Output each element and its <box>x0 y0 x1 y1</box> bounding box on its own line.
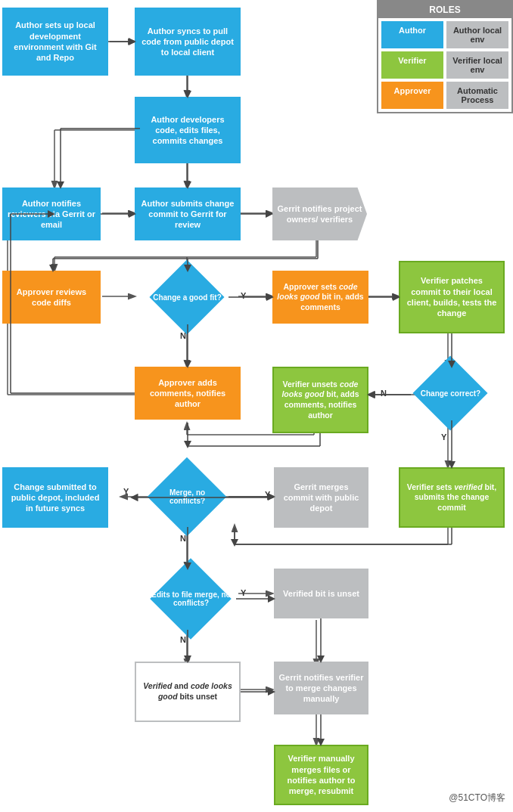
diagram-container: Author sets up local development environ… <box>0 0 513 812</box>
node-verifier-patches: Verifier patches commit to their local c… <box>399 261 505 333</box>
node-author-notifies: Author notifies reviewers via Gerrit or … <box>2 188 101 240</box>
node-diamond-good-fit: Change a good fit? <box>148 271 227 324</box>
role-approver: Approver <box>381 82 443 109</box>
label-n12-y: Y <box>441 432 446 442</box>
label-n8-y: Y <box>241 291 246 300</box>
label-n14-y: Y <box>265 490 270 499</box>
node-change-submitted: Change submitted to public depot, includ… <box>2 467 108 528</box>
role-author: Author <box>381 21 443 48</box>
node-gerrit-notifies-owners: Gerrit notifies project owners/ verifier… <box>272 188 367 240</box>
node-author-submits: Author submits change commit to Gerrit f… <box>135 188 241 240</box>
node-verifier-sets-verified: Verifier sets verified bit, submits the … <box>399 467 505 528</box>
label-n8-n: N <box>180 331 186 340</box>
node-approver-reviews: Approver reviews code diffs <box>2 271 101 324</box>
node-diamond-change-correct: Change correct? <box>411 367 490 420</box>
role-author-local-env: Author local env <box>446 21 508 48</box>
label-n17-n: N <box>180 635 186 644</box>
node-both-bits-unset: Verified and code looks good bits unset <box>135 662 241 722</box>
role-automatic-process: Automatic Process <box>446 82 508 109</box>
role-verifier: Verifier <box>381 51 443 79</box>
role-verifier-local-env: Verifier local env <box>446 51 508 79</box>
node-approver-sets-clg: Approver sets code looks good bit in, ad… <box>272 271 368 324</box>
node-gerrit-merges: Gerrit merges commit with public depot <box>274 467 368 528</box>
node-author-dev: Author developers code, edits files, com… <box>135 97 241 163</box>
node-diamond-file-merge: Edits to file merge, no conflicts? <box>148 569 235 629</box>
label-n17-y: Y <box>241 588 246 597</box>
label-n12-n: N <box>381 389 387 398</box>
label-n14-n: N <box>180 534 186 543</box>
roles-title: ROLES <box>378 2 511 18</box>
node-author-syncs: Author syncs to pull code from public de… <box>135 8 241 76</box>
watermark: @51CTO博客 <box>449 792 505 804</box>
node-verifier-unsets: Verifier unsets code looks good bit, add… <box>272 367 368 433</box>
node-gerrit-notifies-verifier: Gerrit notifies verifier to merge change… <box>274 662 368 714</box>
node-author-setup: Author sets up local development environ… <box>2 8 108 76</box>
node-diamond-merge-conflicts: Merge, no conflicts? <box>148 467 227 526</box>
label-n13-arrow: Y <box>123 487 129 496</box>
node-verified-bit-unset: Verified bit is unset <box>274 569 368 618</box>
node-approver-adds-comments: Approver adds comments, notifies author <box>135 367 241 420</box>
node-verifier-manually-merges: Verifier manually merges files or notifi… <box>274 745 368 805</box>
roles-grid: Author Author local env Verifier Verifie… <box>378 18 511 112</box>
roles-legend: ROLES Author Author local env Verifier V… <box>377 0 513 113</box>
